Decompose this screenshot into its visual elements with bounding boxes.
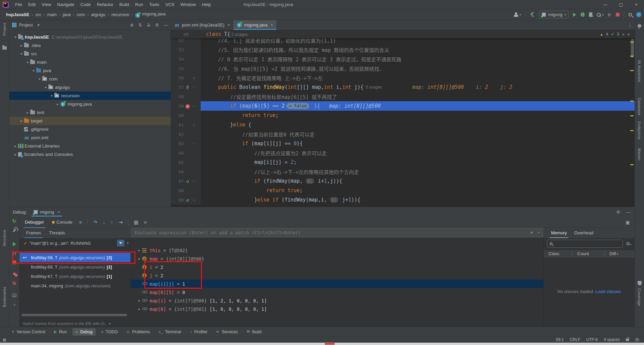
variable-expand-icon[interactable]: ▸ — [136, 248, 142, 252]
frame-row-findway-59-t[interactable]: ↩findWay:59, T(com.atguigu.recursion)[3] — [19, 253, 130, 262]
breadcrumb-item-com[interactable]: com — [76, 12, 86, 17]
menu-refactor[interactable]: Refactor — [94, 0, 116, 9]
sort-dropdown-icon[interactable]: ▾ — [616, 252, 618, 256]
mute-breakpoints-icon[interactable] — [12, 281, 16, 285]
variable-row-i[interactable]: pi = 2 — [131, 263, 543, 271]
tree-item-java[interactable]: ▾java — [9, 66, 171, 75]
code-line-61[interactable]: 61⌂}else { — [171, 120, 635, 129]
editor-tab-pom-xml-hspjavase[interactable]: mpom.xml (hspJavaSE)× — [171, 20, 233, 30]
run-to-cursor-icon[interactable]: ⇥ — [118, 219, 123, 225]
code-line-58[interactable]: 58//设定最终找到坐标是map[6][5] 就不再找了 — [171, 92, 635, 101]
breadcrumb-item-atguigu[interactable]: atguigu — [90, 12, 106, 17]
menu-edit[interactable]: Edit — [25, 0, 39, 9]
tree-item-migong-java[interactable]: ▸cmigong.java — [9, 100, 171, 108]
search-everywhere-icon[interactable] — [629, 13, 632, 16]
more-actions-icon[interactable]: » — [12, 302, 17, 307]
gutter[interactable]: 60 — [171, 111, 201, 120]
frames-horizontal-scrollbar[interactable] — [21, 314, 127, 316]
debug-settings-gear-icon[interactable]: ⚙ — [616, 210, 620, 215]
gutter[interactable]: 56⌂ — [171, 73, 201, 82]
breadcrumb-item-main[interactable]: main — [47, 12, 57, 17]
project-settings-icon[interactable]: ⚙ — [155, 22, 159, 27]
menu-view[interactable]: View — [39, 0, 54, 9]
evaluate-expand-icon[interactable]: ▾ — [538, 231, 540, 234]
code-line-65[interactable]: 65map[i][j] = 2; — [171, 158, 635, 167]
code-line-56[interactable]: 56⌂// 7. 先确定老鼠找路策略 上->右->下->左 — [171, 73, 635, 82]
tree-chevron-icon[interactable]: ▾ — [31, 69, 36, 72]
status-caret-position[interactable]: 59:1 — [556, 337, 564, 342]
menu-vcs[interactable]: VCS — [162, 0, 177, 9]
tree-item-external-libraries[interactable]: ▸External Libraries — [9, 142, 171, 150]
gutter[interactable]: 64 — [171, 148, 201, 158]
gutter[interactable]: 61⌂ — [171, 120, 201, 129]
memory-column-diff[interactable]: Diff ▾ — [605, 251, 635, 257]
sidebar-item-coverage[interactable]: Coverage — [637, 288, 641, 306]
code-line-69[interactable]: 69↺⌂}else if (findWay(map,i, j: j+1)){ — [171, 195, 635, 205]
gutter[interactable]: 67↺▿ — [171, 176, 201, 186]
debug-button[interactable] — [581, 12, 585, 17]
gutter[interactable]: 62 — [171, 129, 201, 139]
maximize-button[interactable]: ▢ — [613, 0, 629, 9]
code-line-59[interactable]: 59✓▿if (map[6][5] == 2= false ){ map: in… — [171, 101, 635, 111]
variable-expand-icon[interactable]: ▸ — [136, 257, 142, 261]
tree-item-recursion[interactable]: ▾recursion — [9, 92, 171, 100]
toolwindow-button-version-control[interactable]: YVersion Control — [9, 328, 48, 336]
evaluate-expression-input[interactable]: Evaluate expression (Enter) or add a wat… — [131, 228, 543, 237]
breadcrumb-item-migong-java[interactable]: cmigong.java — [135, 11, 166, 18]
gutter[interactable]: 63▿ — [171, 139, 201, 148]
gutter[interactable]: 68 — [171, 186, 201, 195]
stop-button[interactable] — [616, 13, 620, 16]
gutter[interactable]: 65 — [171, 158, 201, 167]
thread-dump-camera-icon[interactable] — [12, 294, 16, 297]
code-line-64[interactable]: 64//先把该点设置为2 表示可以走 — [171, 148, 635, 158]
project-panel-title[interactable]: Project — [19, 22, 33, 27]
tree-chevron-icon[interactable]: ▾ — [25, 60, 30, 64]
collapse-all-icon[interactable]: ⇊ — [147, 22, 150, 27]
thread-dropdown-icon[interactable]: ▾ — [127, 241, 128, 245]
tree-chevron-icon[interactable]: ▾ — [43, 85, 48, 89]
tab-threads[interactable]: Threads — [46, 228, 68, 238]
breadcrumb-item-java[interactable]: java — [62, 12, 71, 17]
gutter[interactable]: 69↺⌂ — [171, 195, 201, 205]
variable-row-map-6[interactable]: ▸map[6] = {int[7]@501} [1, 0, 0, 0, 0, 0… — [131, 305, 543, 313]
breakpoint-gutter[interactable]: ✓ — [184, 104, 191, 109]
menu-help[interactable]: Help — [199, 0, 214, 9]
tree-chevron-icon[interactable]: ▾ — [19, 52, 24, 56]
menu-build[interactable]: Build — [116, 0, 132, 9]
locate-file-icon[interactable]: ⊕ — [130, 22, 134, 27]
project-folder-icon[interactable] — [2, 46, 7, 50]
code-editor[interactable]: 52//4. i,j 就是老鼠的位置，初始化的位置为(1,1)53//5. 因为… — [171, 38, 635, 207]
sidebar-item-ai-assistant[interactable]: AI Assistant — [637, 60, 641, 82]
sidebar-item-maven[interactable]: Maven — [637, 148, 641, 161]
tree-chevron-icon[interactable]: ▸ — [13, 144, 18, 148]
toolwindow-button-terminal[interactable]: >_Terminal — [156, 328, 184, 336]
variable-expand-icon[interactable]: ▸ — [136, 307, 142, 311]
coverage-shield-icon[interactable] — [638, 281, 642, 285]
rerun-debug-icon[interactable]: ↻ — [12, 218, 16, 224]
tool-window-switcher-icon[interactable]: ▦ — [3, 338, 6, 342]
gutter[interactable]: 53 — [171, 45, 201, 54]
next-problem-icon[interactable]: ∨ — [627, 32, 630, 37]
memory-settings-gear-icon[interactable]: ⚙▾ — [626, 241, 631, 246]
code-line-68[interactable]: 68return true; — [171, 186, 635, 195]
breadcrumb-item-recursion[interactable]: recursion — [111, 12, 130, 17]
code-line-54[interactable]: 54// 0 表示可以走 1 表示障碍物 2 表示可以走 3 表示走过，但是走不… — [171, 54, 635, 64]
variable-row-map-i-j[interactable]: map[i][j] = 1 — [131, 280, 543, 288]
thread-selector[interactable]: ✓ "main"@1 in g...ain": RUNNING ▾ — [19, 238, 130, 248]
build-hammer-icon[interactable] — [530, 12, 535, 17]
code-line-57[interactable]: 57@▿public Boolean findWay(int[][] map,i… — [171, 82, 635, 92]
status-file-encoding[interactable]: UTF-8 — [586, 337, 598, 342]
stop-process-icon[interactable] — [12, 261, 16, 264]
code-line-60[interactable]: 60return true; — [171, 111, 635, 120]
tree-chevron-icon[interactable]: ▸ — [13, 153, 18, 156]
frame-row-main-34-migong[interactable]: main:34, migong(com.atguigu.recursion) — [19, 281, 130, 290]
fold-marker-icon[interactable]: ▿ — [191, 85, 197, 90]
memory-column-class[interactable]: Class — [544, 251, 573, 257]
tree-item-test[interactable]: ▸test — [9, 108, 171, 117]
restore-layout-icon[interactable]: ▣ — [626, 220, 630, 225]
tree-item-hspjavase[interactable]: ▾hspJavaSEE:\workplace01\javaSE\hspJavaS… — [9, 33, 171, 41]
step-out-icon[interactable]: ↑ — [111, 219, 113, 225]
breakpoint-icon[interactable]: ✓ — [185, 104, 190, 109]
tree-item-target[interactable]: ▸target — [9, 117, 171, 125]
fold-marker-icon[interactable]: ⌂ — [191, 123, 197, 127]
